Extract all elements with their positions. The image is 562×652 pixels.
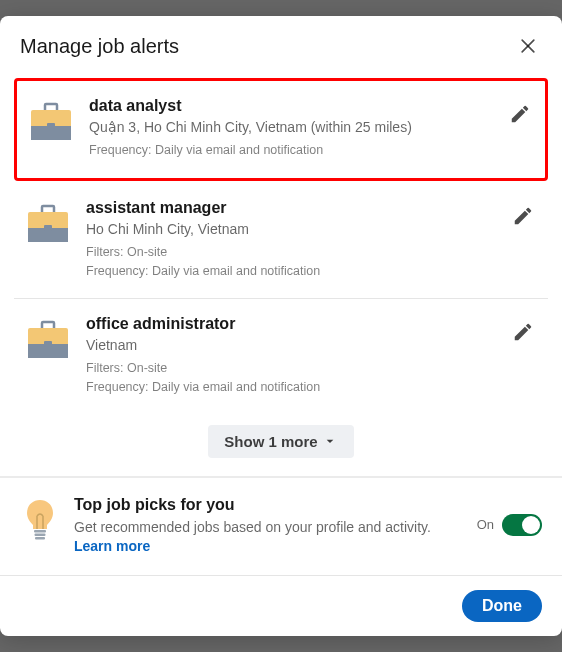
picks-description: Get recommended jobs based on your profi… — [74, 518, 465, 557]
alert-content: assistant manager Ho Chi Minh City, Viet… — [86, 199, 500, 281]
close-button[interactable] — [514, 32, 542, 60]
lightbulb-icon — [24, 498, 56, 542]
briefcase-icon — [24, 201, 72, 249]
top-job-picks-section: Top job picks for you Get recommended jo… — [0, 478, 562, 576]
alert-item-office-administrator[interactable]: office administrator Vietnam Filters: On… — [14, 299, 548, 415]
alert-location: Ho Chi Minh City, Vietnam — [86, 221, 500, 237]
show-more-button[interactable]: Show 1 more — [208, 425, 353, 458]
show-more-container: Show 1 more — [14, 415, 548, 476]
alert-content: office administrator Vietnam Filters: On… — [86, 315, 500, 397]
briefcase-icon — [27, 99, 75, 147]
edit-alert-button[interactable] — [508, 317, 538, 347]
alert-filters: Filters: On-site — [86, 243, 500, 262]
alert-item-assistant-manager[interactable]: assistant manager Ho Chi Minh City, Viet… — [14, 183, 548, 300]
alert-frequency: Frequency: Daily via email and notificat… — [86, 262, 500, 281]
alert-title: data analyst — [89, 97, 497, 115]
svg-rect-6 — [47, 123, 55, 129]
chevron-down-icon — [322, 433, 338, 449]
done-button[interactable]: Done — [462, 590, 542, 622]
edit-alert-button[interactable] — [508, 201, 538, 231]
picks-title: Top job picks for you — [74, 496, 465, 514]
picks-content: Top job picks for you Get recommended jo… — [74, 496, 465, 557]
pencil-icon — [512, 205, 534, 227]
modal-header: Manage job alerts — [0, 16, 562, 74]
svg-rect-16 — [35, 533, 46, 536]
alert-filters: Filters: On-site — [86, 359, 500, 378]
edit-alert-button[interactable] — [505, 99, 535, 129]
modal-title: Manage job alerts — [20, 35, 179, 58]
pencil-icon — [509, 103, 531, 125]
svg-rect-5 — [31, 138, 71, 140]
alert-list: data analyst Quận 3, Ho Chi Minh City, V… — [0, 78, 562, 476]
alert-location: Quận 3, Ho Chi Minh City, Vietnam (withi… — [89, 119, 497, 135]
show-more-label: Show 1 more — [224, 433, 317, 450]
toggle-label: On — [477, 517, 494, 532]
alert-title: assistant manager — [86, 199, 500, 217]
svg-rect-15 — [34, 530, 46, 533]
briefcase-icon — [24, 317, 72, 365]
alert-content: data analyst Quận 3, Ho Chi Minh City, V… — [89, 97, 497, 160]
svg-rect-17 — [35, 537, 45, 540]
pencil-icon — [512, 321, 534, 343]
modal-footer: Done — [0, 576, 562, 636]
picks-toggle-container: On — [477, 514, 542, 536]
alert-frequency: Frequency: Daily via email and notificat… — [86, 378, 500, 397]
svg-rect-14 — [44, 341, 52, 347]
alert-item-data-analyst[interactable]: data analyst Quận 3, Ho Chi Minh City, V… — [14, 78, 548, 181]
picks-toggle[interactable] — [502, 514, 542, 536]
manage-job-alerts-modal: Manage job alerts data analyst Quận 3, H… — [0, 16, 562, 636]
learn-more-link[interactable]: Learn more — [74, 538, 150, 554]
close-icon — [518, 36, 538, 56]
alert-frequency: Frequency: Daily via email and notificat… — [89, 141, 497, 160]
alert-location: Vietnam — [86, 337, 500, 353]
svg-rect-10 — [44, 225, 52, 231]
alert-title: office administrator — [86, 315, 500, 333]
